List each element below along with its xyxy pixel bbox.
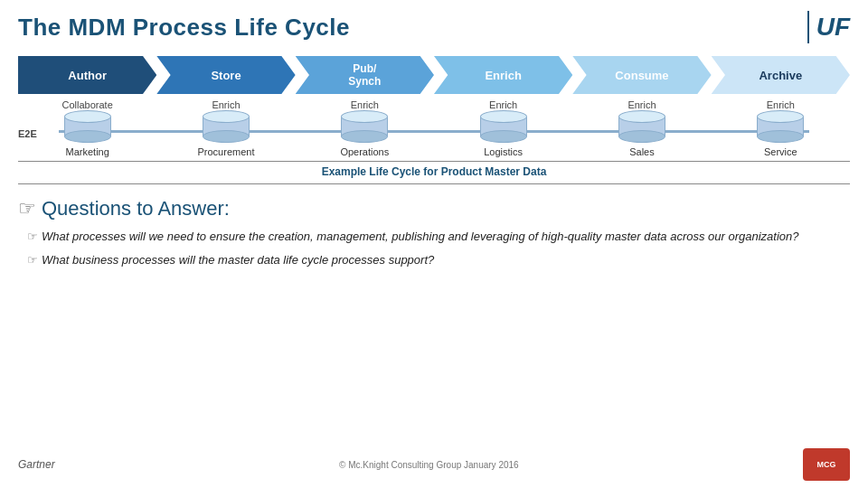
cylinders-row: Marketing Procurement Operations [18,110,850,157]
question-text-0: What processes will we need to ensure th… [42,228,799,246]
questions-title-text: Questions to Answer: [42,197,230,221]
cyl-label-logistics: Logistics [484,146,523,157]
cylinder-procurement: Procurement [156,110,295,157]
question-bullet-1: ☞ [27,251,38,269]
lifecycle-arrows: Author Store Pub/Synch Enrich Consume Ar… [18,56,850,94]
footer-right: MCG [803,448,850,481]
connector-line-icon [59,130,809,133]
cyl-label-sales: Sales [629,146,655,157]
uf-logo: UF [816,13,850,42]
stage-pub-synch: Pub/Synch [296,56,434,94]
question-item-1: ☞ What business processes will the maste… [18,251,850,269]
enrich-label-5: Enrich [712,99,850,110]
page-title: The MDM Process Life Cycle [18,14,350,42]
cylinders-section: E2E Marketing Procurement [0,110,868,157]
footer-copyright: © Mc.Knight Consulting Group January 201… [339,460,519,470]
logo-divider-icon [807,11,809,43]
enrich-label-0: Collaborate [18,99,156,110]
mcg-label: MCG [817,460,836,469]
stage-enrich: Enrich [434,56,572,94]
question-text-1: What business processes will the master … [42,251,434,269]
cyl-label-operations: Operations [340,146,389,157]
stage-author: Author [18,56,156,94]
stage-consume: Consume [572,56,711,94]
question-icon: ☞ [18,197,36,221]
diagram-caption: Example Life Cycle for Product Master Da… [18,161,850,184]
cylinder-marketing: Marketing [18,110,156,157]
question-item-0: ☞ What processes will we need to ensure … [18,228,850,246]
enrich-label-2: Enrich [296,99,434,110]
stage-archive: Archive [712,56,850,94]
enrich-label-4: Enrich [572,99,711,110]
stage-store: Store [156,56,295,94]
enrich-label-1: Enrich [156,99,295,110]
cyl-label-procurement: Procurement [198,146,255,157]
header: The MDM Process Life Cycle UF [0,0,868,49]
logo-area: UF [807,11,850,43]
questions-section: ☞ Questions to Answer: ☞ What processes … [0,188,868,268]
question-bullet-0: ☞ [27,228,38,246]
cylinder-service: Service [712,110,850,157]
enrich-labels-row: Collaborate Enrich Enrich Enrich Enrich … [0,99,868,110]
enrich-label-3: Enrich [434,99,572,110]
footer-gartner: Gartner [18,458,55,471]
cylinder-operations: Operations [296,110,434,157]
cylinder-sales: Sales [572,110,711,157]
questions-title: ☞ Questions to Answer: [18,197,850,221]
footer: Gartner © Mc.Knight Consulting Group Jan… [0,448,868,481]
e2e-tag: E2E [18,128,37,139]
cyl-label-service: Service [764,146,797,157]
cylinder-logistics: Logistics [434,110,572,157]
mcg-logo: MCG [803,448,850,481]
cyl-label-marketing: Marketing [66,146,109,157]
lifecycle-section: Author Store Pub/Synch Enrich Consume Ar… [0,49,868,94]
